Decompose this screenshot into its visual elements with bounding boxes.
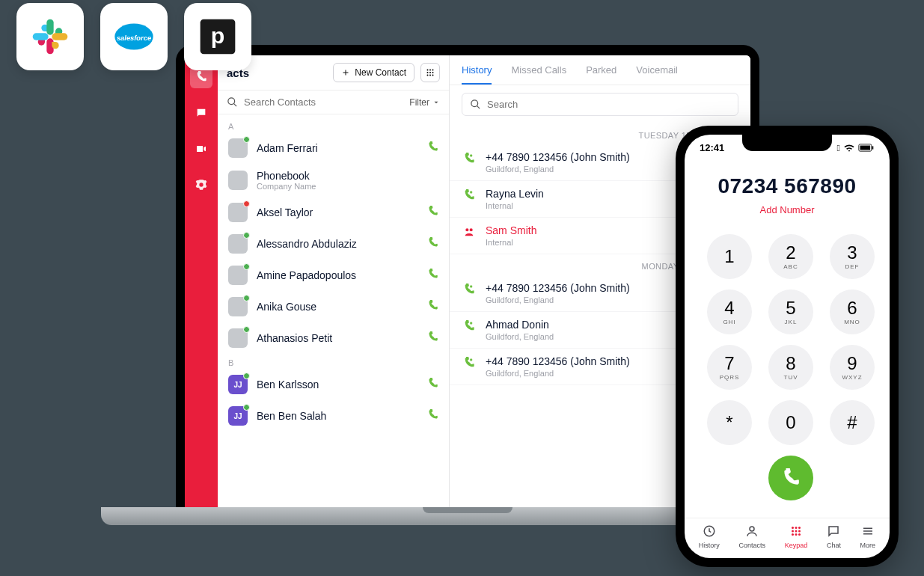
key-number: 7 [724, 355, 734, 373]
nav-keypad[interactable]: Keypad [785, 524, 808, 549]
sidebar-settings[interactable] [190, 174, 212, 196]
svg-point-29 [795, 533, 797, 536]
gear-icon [195, 179, 207, 191]
svg-point-28 [792, 533, 794, 536]
tab-history[interactable]: History [462, 64, 492, 85]
svg-point-5 [429, 70, 431, 71]
wifi-icon [843, 144, 855, 152]
keypad-2[interactable]: 2ABC [768, 234, 813, 279]
keypad-#[interactable]: # [830, 400, 875, 445]
sidebar-chat[interactable] [190, 102, 212, 124]
contacts-search-input[interactable] [244, 96, 403, 108]
plus-icon [341, 68, 350, 77]
apps-grid-button[interactable] [420, 63, 440, 82]
presence-dot [243, 326, 250, 333]
call-icon[interactable] [427, 237, 438, 251]
call-icon[interactable] [427, 141, 438, 156]
tab-missed-calls[interactable]: Missed Calls [511, 64, 566, 85]
nav-label: More [860, 542, 876, 549]
nav-history[interactable]: History [699, 524, 720, 549]
svg-point-30 [798, 533, 801, 536]
svg-point-9 [432, 72, 434, 73]
contacts-list[interactable]: AAdam FerrariPhonebookCompany NameAksel … [218, 114, 449, 509]
filter-button[interactable]: Filter [409, 97, 440, 108]
letter-heading: B [218, 354, 449, 369]
nav-contacts[interactable]: Contacts [739, 524, 766, 549]
history-search [450, 85, 750, 123]
svg-point-10 [427, 75, 429, 76]
keypad-5[interactable]: 5JKL [768, 289, 813, 334]
keypad-7[interactable]: 7PQRS [707, 345, 752, 390]
contact-name: Phonebook [257, 170, 316, 182]
avatar: JJ [228, 406, 248, 426]
contact-row[interactable]: Adam Ferrari [218, 132, 449, 164]
keypad-6[interactable]: 6MNO [830, 289, 875, 334]
call-icon[interactable] [427, 378, 438, 392]
svg-point-7 [427, 72, 429, 73]
call-icon[interactable] [427, 331, 438, 346]
tab-voicemail[interactable]: Voicemail [636, 64, 678, 85]
contact-row[interactable]: Amine Papadopoulos [218, 260, 449, 291]
keypad-*[interactable]: * [707, 400, 752, 445]
contact-row[interactable]: JJBen Karlsson [218, 369, 449, 400]
call-icon[interactable] [427, 269, 438, 283]
integration-badges: salesforce p [16, 3, 251, 70]
add-number-button[interactable]: Add Number [760, 204, 815, 215]
contact-row[interactable]: Athanasios Petit [218, 322, 449, 354]
history-tabs: HistoryMissed CallsParkedVoicemail [450, 55, 750, 85]
key-number: 3 [847, 244, 857, 262]
contacts-header: acts New Contact [218, 55, 449, 91]
keypad-9[interactable]: 9WXYZ [830, 345, 875, 390]
presence-dot [243, 136, 250, 143]
call-icon[interactable] [427, 300, 438, 314]
status-indicators: 􀙇 [837, 143, 875, 153]
nav-more[interactable]: More [860, 524, 876, 549]
keypad-0[interactable]: 0 [768, 400, 813, 445]
keypad-3[interactable]: 3DEF [830, 234, 875, 279]
nav-label: Contacts [739, 542, 766, 549]
key-letters: GHI [723, 319, 735, 325]
keypad-8[interactable]: 8TUV [768, 345, 813, 390]
key-number: 1 [724, 248, 734, 266]
contact-row[interactable]: Alessandro Abdulaziz [218, 228, 449, 260]
key-letters: MNO [844, 319, 860, 325]
history-search-input[interactable] [487, 99, 730, 110]
new-contact-button[interactable]: New Contact [333, 63, 414, 82]
tab-parked[interactable]: Parked [586, 64, 616, 85]
presence-dot [243, 200, 250, 207]
phone-notch [742, 135, 832, 151]
contact-row[interactable]: Anika Gouse [218, 291, 449, 322]
nav-label: History [699, 542, 720, 549]
contact-row[interactable]: Aksel Taylor [218, 197, 449, 228]
grid-icon [426, 68, 435, 77]
svg-point-13 [228, 98, 235, 105]
svg-text:p: p [211, 23, 225, 48]
svg-point-8 [429, 72, 431, 73]
key-number: 6 [847, 299, 857, 317]
chat-icon [827, 524, 840, 539]
call-button[interactable] [768, 456, 813, 500]
svg-point-21 [750, 527, 754, 531]
svg-point-15 [465, 228, 468, 231]
phone-icon [195, 71, 207, 83]
key-number: 4 [724, 299, 734, 317]
svg-point-11 [429, 75, 431, 76]
call-type-icon [463, 226, 477, 241]
menu-icon [861, 524, 875, 539]
contact-row[interactable]: JJBen Ben Salah [218, 400, 449, 432]
sidebar-video[interactable] [190, 138, 212, 160]
keypad-1[interactable]: 1 [707, 234, 752, 279]
call-icon[interactable] [427, 409, 438, 423]
presence-dot [243, 295, 250, 301]
video-icon [195, 143, 207, 155]
search-icon [470, 99, 481, 110]
contact-row[interactable]: PhonebookCompany Name [218, 164, 449, 197]
svg-point-26 [795, 530, 797, 533]
call-icon[interactable] [427, 206, 438, 220]
key-number: 5 [786, 299, 795, 317]
svg-point-14 [471, 100, 478, 107]
key-number: # [847, 414, 857, 432]
keypad-4[interactable]: 4GHI [707, 289, 752, 334]
key-letters: PQRS [720, 374, 740, 381]
nav-chat[interactable]: Chat [827, 524, 841, 549]
